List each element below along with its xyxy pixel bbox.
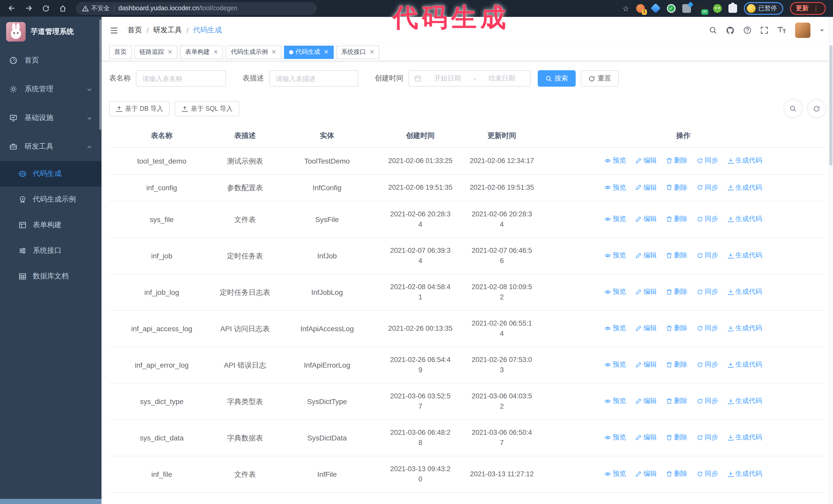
edit-link[interactable]: 编辑 — [635, 155, 657, 166]
breadcrumb-dev-tools[interactable]: 研发工具 — [153, 26, 182, 35]
extension-dark-icon[interactable]: on — [697, 4, 706, 13]
sync-link[interactable]: 同步 — [697, 214, 718, 224]
generate-code-link[interactable]: 生成代码 — [728, 323, 762, 334]
page-scrollbar[interactable] — [829, 17, 833, 504]
table-desc-input[interactable] — [269, 70, 358, 87]
user-menu-caret-icon[interactable] — [819, 27, 825, 33]
extension-robot-icon[interactable] — [713, 4, 721, 13]
toggle-search-button[interactable] — [784, 100, 802, 117]
tab-system-api[interactable]: 系统接口✕ — [336, 45, 379, 59]
close-icon[interactable]: ✕ — [324, 49, 328, 55]
font-size-button[interactable] — [777, 26, 786, 34]
preview-link[interactable]: 预览 — [604, 360, 626, 370]
generate-code-link[interactable]: 生成代码 — [728, 432, 762, 443]
edit-link[interactable]: 编辑 — [635, 469, 657, 479]
sidebar-subitem-form-builder[interactable]: 表单构建 — [0, 212, 101, 238]
sync-link[interactable]: 同步 — [697, 469, 718, 479]
delete-link[interactable]: 删除 — [666, 182, 687, 193]
generate-code-link[interactable]: 生成代码 — [728, 250, 762, 261]
table-name-input[interactable] — [136, 70, 226, 87]
sync-link[interactable]: 同步 — [697, 432, 718, 443]
tab-codegen-demo[interactable]: 代码生成示例✕ — [226, 45, 281, 59]
fullscreen-button[interactable] — [760, 26, 768, 34]
preview-link[interactable]: 预览 — [604, 396, 626, 406]
preview-link[interactable]: 预览 — [604, 469, 626, 479]
edit-link[interactable]: 编辑 — [635, 287, 657, 297]
edit-link[interactable]: 编辑 — [635, 323, 657, 334]
generate-code-link[interactable]: 生成代码 — [728, 469, 762, 479]
delete-link[interactable]: 删除 — [666, 432, 687, 443]
sync-link[interactable]: 同步 — [697, 182, 718, 193]
extension-check-icon[interactable]: ✓ — [667, 4, 675, 13]
sidebar-item-infra[interactable]: 基础设施 — [0, 103, 101, 132]
generate-code-link[interactable]: 生成代码 — [728, 396, 762, 406]
date-range-picker[interactable]: 开始日期 - 结束日期 — [408, 70, 530, 87]
close-icon[interactable]: ✕ — [271, 49, 276, 55]
sidebar-item-system[interactable]: 系统管理 — [0, 75, 101, 103]
extension-gem-icon[interactable] — [651, 4, 660, 13]
tab-form-builder[interactable]: 表单构建✕ — [180, 45, 223, 59]
browser-menu-icon[interactable]: ⋮ — [813, 4, 820, 12]
browser-update-button[interactable]: 更新 ⋮ — [790, 2, 826, 15]
preview-link[interactable]: 预览 — [604, 323, 626, 334]
bookmark-star-icon[interactable]: ☆ — [622, 4, 629, 12]
extensions-puzzle-icon[interactable] — [728, 4, 737, 13]
start-date-placeholder[interactable]: 开始日期 — [425, 74, 471, 83]
generate-code-link[interactable]: 生成代码 — [728, 214, 762, 224]
header-search-button[interactable] — [709, 26, 717, 34]
sync-link[interactable]: 同步 — [697, 250, 718, 261]
import-db-button[interactable]: 基于 DB 导入 — [109, 101, 170, 116]
edit-link[interactable]: 编辑 — [635, 432, 657, 443]
generate-code-link[interactable]: 生成代码 — [728, 182, 762, 193]
edit-link[interactable]: 编辑 — [635, 182, 657, 193]
sync-link[interactable]: 同步 — [697, 287, 718, 297]
github-link[interactable] — [726, 26, 735, 34]
import-sql-button[interactable]: 基于 SQL 导入 — [175, 101, 239, 116]
breadcrumb-home[interactable]: 首页 — [128, 26, 142, 35]
reset-button[interactable]: 重置 — [581, 70, 619, 87]
sidebar-item-dev-tools[interactable]: 研发工具 — [0, 132, 101, 161]
preview-link[interactable]: 预览 — [604, 214, 626, 224]
scrollbar-thumb[interactable] — [829, 45, 832, 166]
edit-link[interactable]: 编辑 — [635, 250, 657, 261]
tab-home[interactable]: 首页 — [109, 45, 132, 59]
sidebar-subitem-codegen[interactable]: 代码生成 — [0, 161, 101, 187]
tab-trace[interactable]: 链路追踪✕ — [134, 45, 177, 59]
edit-link[interactable]: 编辑 — [635, 214, 657, 224]
sync-link[interactable]: 同步 — [697, 323, 718, 334]
search-button[interactable]: 搜索 — [538, 70, 576, 87]
edit-link[interactable]: 编辑 — [635, 396, 657, 406]
generate-code-link[interactable]: 生成代码 — [728, 360, 762, 370]
preview-link[interactable]: 预览 — [604, 287, 626, 297]
browser-home-button[interactable] — [56, 2, 69, 15]
help-button[interactable] — [743, 26, 752, 34]
preview-link[interactable]: 预览 — [604, 155, 626, 166]
delete-link[interactable]: 删除 — [666, 323, 687, 334]
sidebar-subitem-db-doc[interactable]: 数据库文档 — [0, 264, 101, 289]
browser-back-button[interactable] — [5, 2, 19, 15]
logo-row[interactable]: 芋道管理系统 — [0, 17, 101, 46]
delete-link[interactable]: 删除 — [666, 469, 687, 479]
extension-orange-icon[interactable]: 1 — [636, 4, 645, 13]
sidebar-scrollbar[interactable] — [99, 20, 101, 130]
preview-link[interactable]: 预览 — [604, 250, 626, 261]
delete-link[interactable]: 删除 — [666, 155, 687, 166]
close-icon[interactable]: ✕ — [168, 49, 172, 55]
sidebar-subitem-system-api[interactable]: 系统接口 — [0, 238, 101, 264]
browser-forward-button[interactable] — [22, 2, 35, 15]
sync-link[interactable]: 同步 — [697, 396, 718, 406]
edit-link[interactable]: 编辑 — [635, 360, 657, 370]
preview-link[interactable]: 预览 — [604, 432, 626, 443]
delete-link[interactable]: 删除 — [666, 250, 687, 261]
end-date-placeholder[interactable]: 结束日期 — [479, 74, 525, 83]
delete-link[interactable]: 删除 — [666, 287, 687, 297]
browser-reload-button[interactable] — [39, 2, 52, 15]
close-icon[interactable]: ✕ — [370, 49, 374, 55]
generate-code-link[interactable]: 生成代码 — [728, 287, 762, 297]
delete-link[interactable]: 删除 — [666, 360, 687, 370]
browser-profile-chip[interactable]: 已暂停 — [743, 2, 783, 15]
sidebar-collapse-button[interactable] — [110, 26, 118, 34]
user-avatar[interactable] — [795, 23, 810, 38]
delete-link[interactable]: 删除 — [666, 396, 687, 406]
refresh-table-button[interactable] — [808, 100, 825, 117]
